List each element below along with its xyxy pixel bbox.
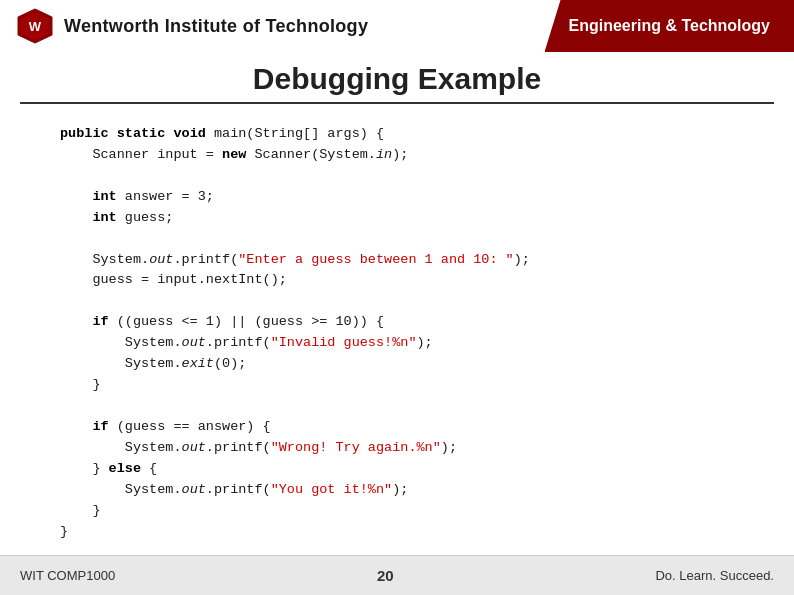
code-line-1: public static void main(String[] args) { <box>60 126 384 141</box>
footer: WIT COMP1000 20 Do. Learn. Succeed. <box>0 555 794 595</box>
code-block: public static void main(String[] args) {… <box>60 124 734 542</box>
page-title-section: Debugging Example <box>0 52 794 110</box>
institution-name: Wentworth Institute of Technology <box>64 16 368 37</box>
wit-logo-icon: W <box>16 7 54 45</box>
code-content: public static void main(String[] args) {… <box>0 110 794 552</box>
code-line-5: System.out.printf("Enter a guess between… <box>60 252 530 267</box>
department-label: Engineering & Technology <box>569 17 771 35</box>
header: W Wentworth Institute of Technology Engi… <box>0 0 794 52</box>
title-divider <box>20 102 774 104</box>
code-line-12: System.out.printf("Wrong! Try again.%n")… <box>60 440 457 455</box>
code-line-14: System.out.printf("You got it!%n"); <box>60 482 408 497</box>
code-line-9: System.exit(0); <box>60 356 246 371</box>
code-line-2: Scanner input = new Scanner(System.in); <box>60 147 408 162</box>
code-line-7: if ((guess <= 1) || (guess >= 10)) { <box>60 314 384 329</box>
svg-text:W: W <box>29 19 42 34</box>
code-line-3: int answer = 3; <box>60 189 214 204</box>
code-line-10: } <box>60 377 101 392</box>
department-badge: Engineering & Technology <box>545 0 795 52</box>
code-line-15: } <box>60 503 101 518</box>
code-line-4: int guess; <box>60 210 173 225</box>
code-line-6: guess = input.nextInt(); <box>60 272 287 287</box>
page-title: Debugging Example <box>0 62 794 96</box>
footer-course: WIT COMP1000 <box>20 568 115 583</box>
footer-tagline: Do. Learn. Succeed. <box>655 568 774 583</box>
code-line-8: System.out.printf("Invalid guess!%n"); <box>60 335 433 350</box>
footer-page-number: 20 <box>377 567 394 584</box>
code-line-11: if (guess == answer) { <box>60 419 271 434</box>
code-line-13: } else { <box>60 461 157 476</box>
code-line-16: } <box>60 524 68 539</box>
header-left: W Wentworth Institute of Technology <box>0 0 545 52</box>
